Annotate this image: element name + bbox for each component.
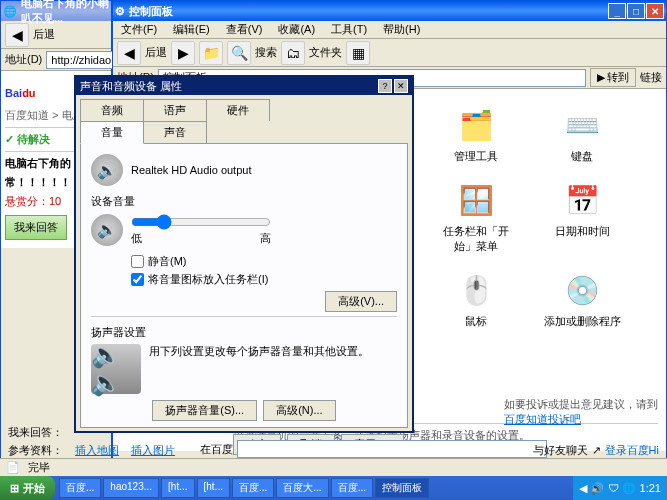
addr-label: 地址(D) [5, 52, 42, 67]
cp-item-2[interactable]: ⌨️键盘 [537, 101, 627, 168]
back-text: 后退 [145, 45, 167, 60]
advanced2-button[interactable]: 高级(N)... [263, 400, 335, 421]
mute-label: 静音(M) [148, 254, 187, 269]
props-titlebar[interactable]: 声音和音频设备 属性 ? ✕ [76, 77, 412, 95]
tray-icons[interactable]: ◀ 🔊 🛡 🌐 [579, 482, 635, 495]
tab-sounds[interactable]: 声音 [143, 121, 207, 143]
search-text: 搜索 [255, 45, 277, 60]
tab-voice[interactable]: 语声 [143, 99, 207, 121]
tray-label: 将音量图标放入任务栏(I) [148, 272, 268, 287]
tab-body: 🔊 Realtek HD Audio output 设备音量 🔉 低 高 静音(… [80, 143, 408, 428]
speaker-vol-button[interactable]: 扬声器音量(S)... [152, 400, 257, 421]
cp-toolbar: ◀ 后退 ▶ 📁 🔍 搜索 🗂 文件夹 ▦ [113, 39, 666, 67]
bottom-links: 参考资料： 插入地图 插入图片 [8, 443, 175, 458]
feedback-link[interactable]: 百度知道投诉吧 [504, 413, 581, 425]
advanced-button[interactable]: 高级(V)... [325, 291, 397, 312]
cp-item-icon: 🗂️ [456, 105, 496, 145]
back-label: 后退 [33, 27, 55, 42]
folders-icon[interactable]: 🗂 [281, 41, 305, 65]
menu-view[interactable]: 查看(V) [222, 22, 267, 37]
cp-item-1[interactable]: 🗂️管理工具 [431, 101, 521, 168]
start-icon: ⊞ [10, 482, 19, 495]
start-button[interactable]: ⊞ 开始 [0, 476, 55, 500]
cp-item-icon: 🖱️ [456, 270, 496, 310]
menu-help[interactable]: 帮助(H) [379, 22, 424, 37]
cp-titlebar[interactable]: ⚙ 控制面板 _ □ ✕ [113, 1, 666, 21]
minimize-button[interactable]: _ [608, 3, 626, 19]
props-title-text: 声音和音频设备 属性 [80, 79, 182, 94]
task-item-5[interactable]: 百度大... [276, 478, 328, 498]
insert-img-link[interactable]: 插入图片 [131, 443, 175, 458]
volume-icon: 🔉 [91, 214, 123, 246]
cp-item-label: 任务栏和「开始」菜单 [435, 224, 517, 254]
cp-item-7[interactable]: 🖱️鼠标 [431, 266, 521, 333]
folders-text: 文件夹 [309, 45, 342, 60]
cp-item-8[interactable]: 💿添加或删除程序 [537, 266, 627, 333]
task-item-4[interactable]: 百度... [232, 478, 274, 498]
tab-volume[interactable]: 音量 [80, 121, 144, 144]
taskbar-items: 百度...hao123...[ht...[ht...百度...百度大...百度.… [55, 478, 573, 498]
tray-checkbox[interactable] [131, 273, 144, 286]
taskbar: ⊞ 开始 百度...hao123...[ht...[ht...百度...百度大.… [0, 476, 667, 500]
search-bottom: 在百度 [200, 440, 547, 458]
search-icon[interactable]: 🔍 [227, 41, 251, 65]
go-button[interactable]: ▶ 转到 [590, 68, 636, 87]
task-item-6[interactable]: 百度... [331, 478, 373, 498]
answer-button[interactable]: 我来回答 [5, 215, 67, 240]
task-item-3[interactable]: [ht... [197, 478, 230, 498]
cp-app-icon: ⚙ [115, 5, 125, 18]
back-button[interactable]: ◀ [5, 23, 29, 47]
baidu-hi[interactable]: 登录百度Hi [605, 443, 659, 458]
ie-titlebar[interactable]: 🌐 电脑右下角的小喇叭不见... [1, 1, 111, 21]
device-name: Realtek HD Audio output [131, 164, 251, 176]
tab-hardware[interactable]: 硬件 [206, 99, 270, 121]
menu-tools[interactable]: 工具(T) [327, 22, 371, 37]
props-help-button[interactable]: ? [378, 79, 392, 93]
task-item-2[interactable]: [ht... [161, 478, 194, 498]
system-tray[interactable]: ◀ 🔊 🛡 🌐 1:21 [573, 476, 667, 500]
in-baidu: 在百度 [200, 442, 233, 457]
clock: 1:21 [640, 482, 661, 494]
cp-title: 控制面板 [125, 4, 608, 19]
up-icon[interactable]: 📁 [199, 41, 223, 65]
close-button[interactable]: ✕ [646, 3, 664, 19]
cp-item-label: 日期和时间 [555, 224, 610, 239]
menu-fav[interactable]: 收藏(A) [274, 22, 319, 37]
mute-checkbox[interactable] [131, 255, 144, 268]
cp-item-4[interactable]: 🪟任务栏和「开始」菜单 [431, 176, 521, 258]
cp-item-icon: 🪟 [456, 180, 496, 220]
task-item-0[interactable]: 百度... [59, 478, 101, 498]
ie-app-icon: 🌐 [3, 5, 17, 18]
cp-menubar: 文件(F) 编辑(E) 查看(V) 收藏(A) 工具(T) 帮助(H) [113, 21, 666, 39]
props-tabs-row2: 音量 声音 [76, 121, 412, 143]
ie-title: 电脑右下角的小喇叭不见... [17, 0, 109, 26]
menu-edit[interactable]: 编辑(E) [169, 22, 214, 37]
statusbar: 📄 完毕 [0, 458, 667, 476]
cp-item-label: 鼠标 [465, 314, 487, 329]
cp-item-5[interactable]: 📅日期和时间 [537, 176, 627, 258]
search-bottom-input[interactable] [237, 440, 547, 458]
props-tabs: 音频 语声 硬件 [76, 95, 412, 121]
menu-file[interactable]: 文件(F) [117, 22, 161, 37]
forward-icon[interactable]: ▶ [171, 41, 195, 65]
props-close-button[interactable]: ✕ [394, 79, 408, 93]
low-label: 低 [131, 231, 142, 246]
task-item-7[interactable]: 控制面板 [375, 478, 429, 498]
back-icon[interactable]: ◀ [117, 41, 141, 65]
cp-item-icon: ⌨️ [562, 105, 602, 145]
maximize-button[interactable]: □ [627, 3, 645, 19]
speaker-hint: 用下列设置更改每个扬声器音量和其他设置。 [149, 344, 397, 359]
speakers-image: 🔈🔈 [91, 344, 141, 394]
insert-map-link[interactable]: 插入地图 [75, 443, 119, 458]
speaker-section-label: 扬声器设置 [91, 325, 397, 340]
cp-item-icon: 📅 [562, 180, 602, 220]
my-answer-label: 我来回答： [8, 425, 63, 440]
volume-slider[interactable] [131, 213, 271, 231]
cp-item-icon: 💿 [562, 270, 602, 310]
cp-item-label: 键盘 [571, 149, 593, 164]
task-item-1[interactable]: hao123... [103, 478, 159, 498]
views-icon[interactable]: ▦ [346, 41, 370, 65]
cp-feedback: 如要投诉或提出意见建议，请到 百度知道投诉吧 [504, 397, 658, 427]
tab-audio[interactable]: 音频 [80, 99, 144, 121]
high-label: 高 [260, 231, 271, 246]
